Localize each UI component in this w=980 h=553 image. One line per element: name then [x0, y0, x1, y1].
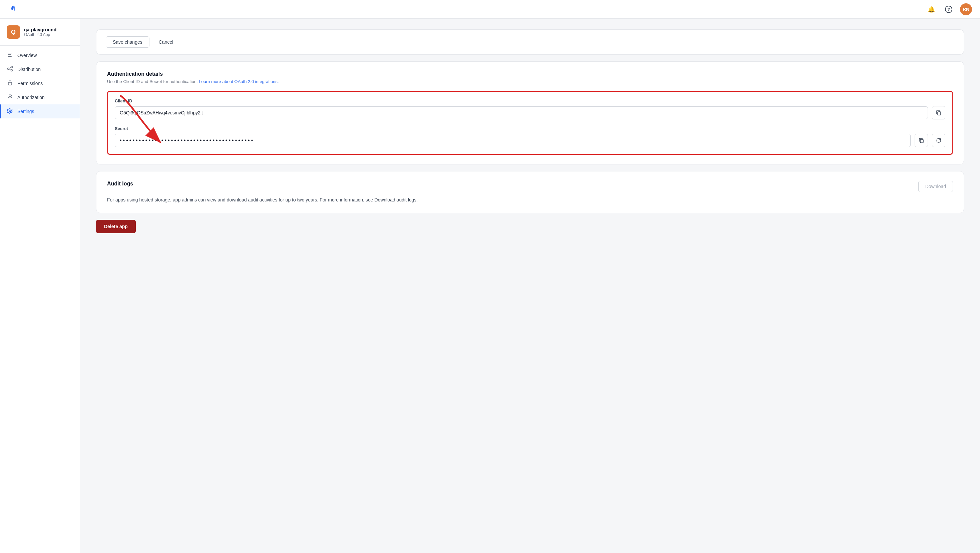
- app-icon: Q: [7, 25, 20, 39]
- app-name: qa-playground: [24, 27, 56, 32]
- client-id-input[interactable]: [115, 106, 928, 119]
- learn-more-link[interactable]: Learn more about OAuth 2.0 integrations.: [199, 79, 278, 84]
- app-type: OAuth 2.0 App: [24, 32, 56, 37]
- cancel-button[interactable]: Cancel: [153, 37, 179, 48]
- sidebar-item-authorization[interactable]: Authorization: [0, 91, 80, 104]
- audit-logs-header: Audit logs Download: [107, 181, 953, 192]
- main-content: Save changes Cancel Authentication detai…: [80, 19, 980, 553]
- avatar-initials: RN: [963, 7, 969, 12]
- rotate-icon: [935, 137, 942, 143]
- sidebar-item-label-permissions: Permissions: [18, 81, 43, 86]
- atlassian-logo-icon: [8, 4, 19, 15]
- rotate-secret-button[interactable]: [932, 134, 945, 147]
- client-id-field-row: [115, 106, 945, 119]
- svg-point-6: [11, 70, 13, 72]
- svg-line-9: [9, 69, 11, 70]
- help-button[interactable]: ?: [943, 3, 955, 15]
- svg-rect-14: [938, 112, 941, 115]
- sidebar-item-settings[interactable]: Settings: [0, 104, 80, 118]
- save-changes-button[interactable]: Save changes: [106, 37, 150, 48]
- svg-point-13: [10, 110, 11, 112]
- client-id-label: Client ID: [115, 99, 945, 103]
- delete-app-button[interactable]: Delete app: [96, 220, 136, 233]
- secret-label: Secret: [115, 126, 945, 131]
- topbar-right: 🔔 ? RN: [925, 3, 972, 15]
- credentials-highlighted-box: Client ID Secret: [107, 91, 953, 155]
- audit-logs-description: For apps using hosted storage, app admin…: [107, 196, 953, 203]
- topbar: 🔔 ? RN: [0, 0, 980, 19]
- save-changes-card: Save changes Cancel: [96, 29, 964, 55]
- svg-rect-3: [8, 54, 11, 55]
- audit-logs-title: Audit logs: [107, 181, 133, 187]
- svg-point-7: [8, 68, 10, 70]
- sidebar-item-distribution[interactable]: Distribution: [0, 62, 80, 76]
- logo: [8, 4, 19, 15]
- overview-icon: [7, 52, 13, 59]
- svg-rect-4: [8, 56, 12, 57]
- sidebar-item-label-settings: Settings: [18, 109, 34, 114]
- svg-rect-2: [8, 53, 12, 53]
- authorization-icon: [7, 94, 13, 101]
- sidebar-item-label-overview: Overview: [18, 53, 37, 58]
- app-identity: Q qa-playground OAuth 2.0 App: [0, 25, 80, 46]
- svg-point-5: [11, 67, 13, 68]
- secret-input[interactable]: [115, 134, 911, 147]
- user-avatar-button[interactable]: RN: [960, 3, 972, 15]
- notifications-button[interactable]: 🔔: [925, 3, 937, 15]
- auth-details-desc: Use the Client ID and Secret for authent…: [107, 79, 953, 84]
- svg-line-8: [9, 67, 11, 68]
- sidebar-item-permissions[interactable]: Permissions: [0, 76, 80, 91]
- download-button[interactable]: Download: [918, 181, 953, 192]
- auth-details-card: Authentication details Use the Client ID…: [96, 61, 964, 164]
- copy-client-id-button[interactable]: [932, 106, 945, 119]
- copy-secret-button[interactable]: [915, 134, 928, 147]
- svg-rect-15: [920, 140, 923, 143]
- sidebar-item-label-authorization: Authorization: [18, 95, 45, 100]
- active-indicator: [0, 104, 1, 118]
- copy-icon: [935, 110, 942, 116]
- copy-icon-2: [918, 137, 924, 143]
- sidebar-item-overview[interactable]: Overview: [0, 48, 80, 62]
- sidebar: Q qa-playground OAuth 2.0 App Overview: [0, 19, 80, 553]
- permissions-icon: [7, 80, 13, 87]
- settings-icon: [7, 108, 13, 115]
- svg-point-11: [9, 95, 11, 97]
- svg-point-12: [11, 95, 12, 96]
- sidebar-item-label-distribution: Distribution: [18, 67, 41, 72]
- svg-rect-10: [8, 83, 12, 85]
- distribution-icon: [7, 66, 13, 73]
- audit-logs-card: Audit logs Download For apps using hoste…: [96, 171, 964, 213]
- secret-field-row: [115, 134, 945, 147]
- auth-details-title: Authentication details: [107, 71, 953, 77]
- svg-text:?: ?: [947, 7, 950, 12]
